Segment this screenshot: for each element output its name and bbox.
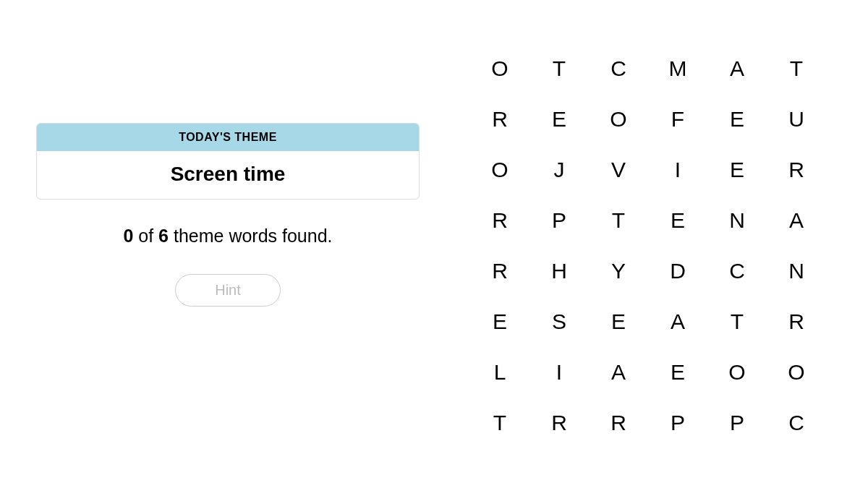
- theme-header-label: TODAY'S THEME: [37, 124, 419, 151]
- grid-cell[interactable]: E: [589, 296, 648, 347]
- grid-cell[interactable]: R: [470, 94, 529, 145]
- grid-cell[interactable]: P: [529, 195, 589, 246]
- grid-cell[interactable]: E: [707, 94, 767, 145]
- grid-cell[interactable]: T: [470, 398, 529, 448]
- grid-cell[interactable]: U: [767, 94, 826, 145]
- grid-cell[interactable]: P: [707, 398, 767, 448]
- grid-cell[interactable]: T: [529, 43, 589, 94]
- progress-suffix: theme words found.: [169, 226, 333, 246]
- grid-cell[interactable]: E: [707, 145, 767, 195]
- grid-cell[interactable]: I: [648, 145, 707, 195]
- grid-cell[interactable]: H: [529, 246, 589, 296]
- grid-cell[interactable]: E: [470, 296, 529, 347]
- grid-cell[interactable]: F: [648, 94, 707, 145]
- grid-cell[interactable]: O: [470, 145, 529, 195]
- grid-cell[interactable]: O: [589, 94, 648, 145]
- grid-cell[interactable]: R: [470, 246, 529, 296]
- grid-cell[interactable]: A: [589, 347, 648, 398]
- grid-cell[interactable]: D: [648, 246, 707, 296]
- grid-cell[interactable]: M: [648, 43, 707, 94]
- grid-cell[interactable]: R: [767, 296, 826, 347]
- grid-cell[interactable]: C: [767, 398, 826, 448]
- grid-cell[interactable]: I: [529, 347, 589, 398]
- grid-cell[interactable]: N: [767, 246, 826, 296]
- progress-text: 0 of 6 theme words found.: [36, 226, 420, 247]
- grid-cell[interactable]: O: [767, 347, 826, 398]
- grid-cell[interactable]: C: [707, 246, 767, 296]
- grid-cell[interactable]: Y: [589, 246, 648, 296]
- theme-card: TODAY'S THEME Screen time: [36, 123, 420, 200]
- hint-button[interactable]: Hint: [175, 274, 281, 307]
- grid-cell[interactable]: V: [589, 145, 648, 195]
- grid-cell[interactable]: E: [648, 195, 707, 246]
- grid-cell[interactable]: R: [529, 398, 589, 448]
- grid-cell[interactable]: S: [529, 296, 589, 347]
- grid-cell[interactable]: A: [648, 296, 707, 347]
- grid-cell[interactable]: T: [589, 195, 648, 246]
- hint-wrap: Hint: [36, 274, 420, 307]
- grid-cell[interactable]: R: [767, 145, 826, 195]
- grid-cell[interactable]: J: [529, 145, 589, 195]
- grid-cell[interactable]: R: [589, 398, 648, 448]
- theme-title: Screen time: [37, 151, 419, 199]
- grid-cell[interactable]: O: [470, 43, 529, 94]
- grid-cell[interactable]: A: [707, 43, 767, 94]
- grid-cell[interactable]: O: [707, 347, 767, 398]
- grid-cell[interactable]: A: [767, 195, 826, 246]
- progress-of: of: [133, 226, 158, 246]
- grid-cell[interactable]: C: [589, 43, 648, 94]
- letter-grid: OTCMATREOFEUOJVIERRPTENARHYDCNESEATRLIAE…: [470, 43, 826, 448]
- grid-cell[interactable]: N: [707, 195, 767, 246]
- found-count: 0: [123, 226, 133, 246]
- grid-cell[interactable]: E: [648, 347, 707, 398]
- grid-cell[interactable]: T: [767, 43, 826, 94]
- grid-cell[interactable]: T: [707, 296, 767, 347]
- grid-cell[interactable]: R: [470, 195, 529, 246]
- info-panel: TODAY'S THEME Screen time 0 of 6 theme w…: [36, 123, 420, 307]
- grid-cell[interactable]: P: [648, 398, 707, 448]
- grid-cell[interactable]: E: [529, 94, 589, 145]
- grid-cell[interactable]: L: [470, 347, 529, 398]
- total-count: 6: [158, 226, 169, 246]
